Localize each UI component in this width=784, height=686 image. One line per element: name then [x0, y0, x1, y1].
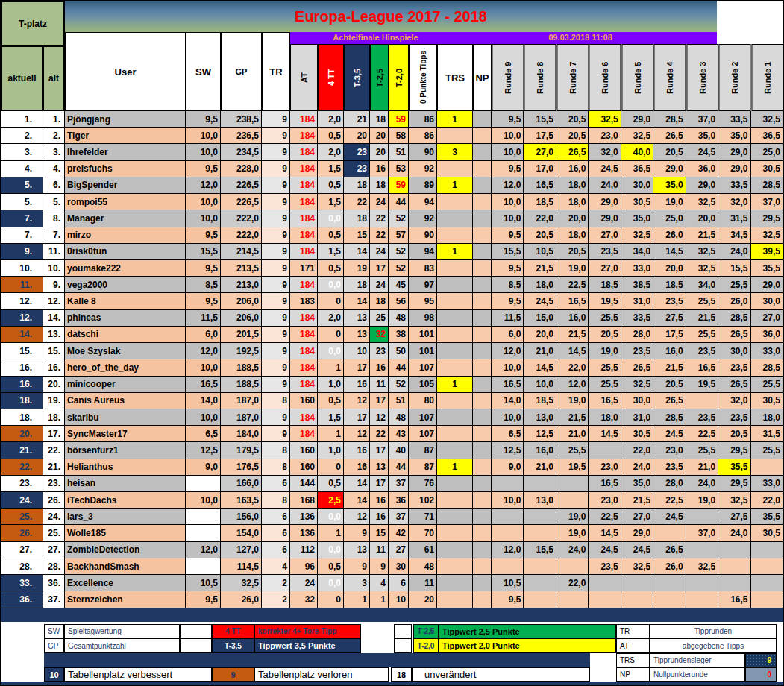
- tipp-25-cell[interactable]: 22: [370, 426, 389, 442]
- runde-cell[interactable]: 22,0: [524, 210, 556, 227]
- runde-cell[interactable]: 18,0: [556, 194, 589, 210]
- runde-cell[interactable]: [492, 476, 524, 492]
- rank-previous-cell[interactable]: 11.: [43, 244, 65, 260]
- tr-cell[interactable]: 8: [262, 393, 290, 409]
- rank-previous-cell[interactable]: 5.: [43, 194, 65, 210]
- trs-cell[interactable]: [437, 310, 473, 327]
- trs-cell[interactable]: [437, 591, 473, 608]
- runde-cell[interactable]: [556, 476, 589, 492]
- sw-cell[interactable]: 9,5: [186, 161, 221, 177]
- rank-current-cell[interactable]: 15.: [1, 343, 43, 359]
- tipp-20-cell[interactable]: 42: [389, 525, 409, 541]
- runde-cell[interactable]: 16,5: [492, 377, 524, 393]
- runde-cell[interactable]: [492, 509, 524, 525]
- tipp-4tt-cell[interactable]: 0,0: [318, 277, 344, 293]
- runde-cell[interactable]: 25,5: [751, 442, 783, 459]
- runde-cell[interactable]: 17,5: [653, 327, 686, 343]
- tipp-25-cell[interactable]: 9: [370, 558, 389, 575]
- np-cell[interactable]: [473, 591, 492, 608]
- gp-cell[interactable]: 206,0: [221, 293, 262, 309]
- gp-cell[interactable]: 114,5: [221, 558, 262, 575]
- runde-cell[interactable]: 29,0: [718, 161, 750, 177]
- runde-cell[interactable]: [653, 591, 686, 608]
- runde-cell[interactable]: 20,0: [524, 327, 556, 343]
- sw-cell[interactable]: 9,5: [186, 293, 221, 309]
- at-cell[interactable]: 32: [290, 591, 318, 608]
- sw-cell[interactable]: 10,0: [186, 194, 221, 210]
- column-header-runde[interactable]: Runde 4: [653, 44, 686, 111]
- zero-point-tips-cell[interactable]: 101: [409, 343, 437, 359]
- tr-cell[interactable]: 9: [262, 359, 290, 376]
- tipp-25-cell[interactable]: 22: [370, 227, 389, 244]
- tipp-35-cell[interactable]: 18: [344, 277, 370, 293]
- runde-cell[interactable]: 30,0: [621, 177, 653, 194]
- runde-cell[interactable]: 21,0: [686, 459, 718, 476]
- runde-cell[interactable]: [589, 591, 621, 608]
- runde-cell[interactable]: [686, 575, 718, 591]
- sw-cell[interactable]: 16,5: [186, 377, 221, 393]
- runde-cell[interactable]: 23,5: [686, 343, 718, 359]
- at-cell[interactable]: 160: [290, 459, 318, 476]
- np-cell[interactable]: [473, 426, 492, 442]
- runde-cell[interactable]: [686, 509, 718, 525]
- tipp-25-cell[interactable]: 18: [370, 111, 389, 128]
- runde-cell[interactable]: 19,0: [556, 509, 589, 525]
- tipp-35-cell[interactable]: 17: [344, 409, 370, 426]
- runde-cell[interactable]: 24,5: [524, 293, 556, 309]
- runde-cell[interactable]: 22,0: [621, 442, 653, 459]
- runde-cell[interactable]: 16,5: [686, 359, 718, 376]
- sw-cell[interactable]: 10,0: [186, 128, 221, 144]
- rank-previous-cell[interactable]: 24.: [43, 509, 65, 525]
- at-cell[interactable]: 184: [290, 310, 318, 327]
- sw-cell[interactable]: 9,5: [186, 111, 221, 128]
- zero-point-tips-cell[interactable]: 107: [409, 426, 437, 442]
- zero-point-tips-cell[interactable]: 48: [409, 558, 437, 575]
- tipp-35-cell[interactable]: 23: [344, 161, 370, 177]
- tr-cell[interactable]: 9: [262, 426, 290, 442]
- runde-cell[interactable]: 24,5: [589, 542, 621, 558]
- rank-current-cell[interactable]: 16.: [1, 377, 43, 393]
- tr-cell[interactable]: 2: [262, 591, 290, 608]
- column-header-runde[interactable]: Runde 2: [718, 44, 750, 111]
- user-cell[interactable]: Helianthus: [65, 459, 186, 476]
- trs-cell[interactable]: [437, 277, 473, 293]
- runde-cell[interactable]: 11,5: [492, 310, 524, 327]
- tr-cell[interactable]: 9: [262, 111, 290, 128]
- runde-cell[interactable]: 32,5: [686, 194, 718, 210]
- runde-cell[interactable]: 21,0: [524, 459, 556, 476]
- runde-cell[interactable]: 25,5: [686, 442, 718, 459]
- np-cell[interactable]: [473, 244, 492, 260]
- tipp-20-cell[interactable]: 36: [389, 492, 409, 509]
- runde-cell[interactable]: 24,0: [718, 525, 750, 541]
- runde-cell[interactable]: 12,0: [492, 343, 524, 359]
- runde-cell[interactable]: 28,5: [653, 111, 686, 128]
- gp-cell[interactable]: 188,5: [221, 377, 262, 393]
- gp-cell[interactable]: 156,0: [221, 509, 262, 525]
- runde-cell[interactable]: 18,5: [524, 393, 556, 409]
- tipp-20-cell[interactable]: 52: [389, 260, 409, 277]
- sw-cell[interactable]: 10,0: [186, 144, 221, 160]
- tr-cell[interactable]: 9: [262, 194, 290, 210]
- at-cell[interactable]: 184: [290, 161, 318, 177]
- tipp-35-cell[interactable]: 12: [344, 509, 370, 525]
- runde-cell[interactable]: 21,5: [524, 260, 556, 277]
- runde-cell[interactable]: 19,0: [556, 393, 589, 409]
- tipp-25-cell[interactable]: 16: [370, 161, 389, 177]
- rank-previous-cell[interactable]: 12.: [43, 293, 65, 309]
- runde-cell[interactable]: 26,0: [653, 227, 686, 244]
- runde-cell[interactable]: 30,5: [621, 426, 653, 442]
- zero-point-tips-cell[interactable]: 107: [409, 359, 437, 376]
- tipp-25-cell[interactable]: 16: [370, 492, 389, 509]
- gp-cell[interactable]: 238,5: [221, 111, 262, 128]
- rank-current-cell[interactable]: 1.: [1, 111, 43, 128]
- at-cell[interactable]: 184: [290, 128, 318, 144]
- tr-cell[interactable]: 6: [262, 525, 290, 541]
- np-cell[interactable]: [473, 525, 492, 541]
- np-cell[interactable]: [473, 492, 492, 509]
- tr-cell[interactable]: 9: [262, 377, 290, 393]
- tipp-4tt-cell[interactable]: 2,0: [318, 144, 344, 160]
- runde-cell[interactable]: [621, 575, 653, 591]
- rank-previous-cell[interactable]: 1.: [43, 111, 65, 128]
- runde-cell[interactable]: 20,0: [653, 260, 686, 277]
- sw-cell[interactable]: 8,5: [186, 277, 221, 293]
